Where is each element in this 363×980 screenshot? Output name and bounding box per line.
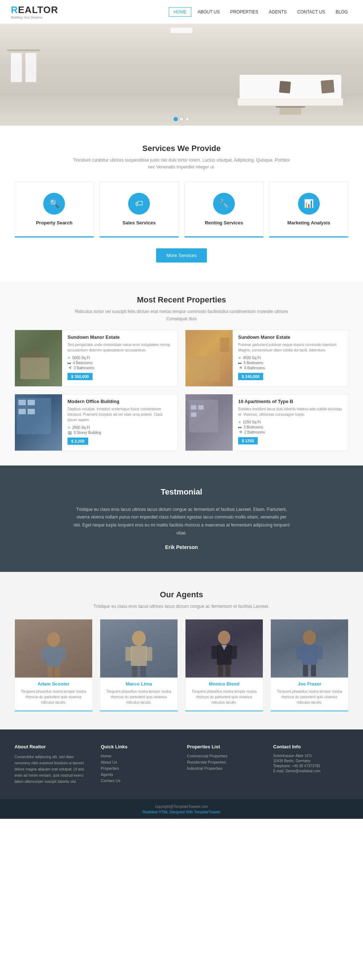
agent-card-4: Joe Frazer Torquent phasellus nostra tem…: [271, 619, 349, 711]
property-desc-4: Sodales tincidunt lacus duis lobortis ma…: [238, 406, 343, 417]
services-grid: 🔍 Property Search 🏷 Sales Services 🔧 Ren…: [14, 181, 349, 237]
property-name-3: Modern Office Building: [67, 399, 172, 404]
hero-dot-1[interactable]: [174, 117, 178, 121]
footer-properties-title: Properties List: [187, 744, 263, 749]
nav-blog[interactable]: BLOG: [331, 8, 352, 16]
svg-rect-22: [316, 646, 323, 659]
footer-prop-commercial[interactable]: Commercial Properties: [187, 754, 263, 758]
nav-about[interactable]: ABOUT US: [193, 8, 224, 16]
property-info-2: Sundown Manor Estate Pulvinar parturient…: [233, 330, 348, 387]
svg-rect-17: [225, 665, 231, 676]
agent-img-3: [185, 619, 263, 678]
footer-about: About Realtor Consectetur adipiscing eli…: [14, 744, 90, 785]
properties-subtitle: Ridiculus tortor vel suscipit felis dict…: [73, 308, 290, 322]
agent-name-4: Joe Frazer: [274, 681, 344, 687]
footer-contact-line4: E-mail: Demo@realideal.com: [273, 769, 349, 773]
more-services-button[interactable]: More Services: [156, 248, 207, 262]
property-card-4: 10 Apartments of Type B Sodales tincidun…: [185, 394, 349, 451]
property-price-1: $ 350,000: [67, 373, 92, 380]
svg-rect-20: [302, 645, 317, 665]
svg-rect-16: [218, 665, 223, 676]
testimonial-author: Erik Peterson: [29, 544, 334, 550]
property-beds-2: 🛏5 Bedrooms: [238, 361, 343, 365]
footer-contact: Contact Info Schönhauser Allee 167c 1043…: [273, 744, 349, 785]
svg-rect-5: [55, 667, 60, 677]
nav-properties[interactable]: PROPERTIES: [226, 8, 263, 16]
footer-link-agents[interactable]: Agents: [101, 772, 177, 777]
agent-desc-4: Torquent phasellus nostra tempor nostra …: [271, 689, 348, 705]
property-info-4: 10 Apartments of Type B Sodales tincidun…: [233, 395, 348, 450]
svg-point-12: [218, 631, 231, 644]
property-baths-2: 🚿6 Bathrooms: [238, 366, 343, 370]
testimonial-section: Testmonial Tristique eu class eros lacus…: [0, 466, 363, 572]
header: REALTOR Building Your Dreams HOME ABOUT …: [0, 0, 363, 24]
agent-card-3: Monica Blend Torquent phasellus nostra t…: [185, 619, 263, 711]
agent-name-3: Monica Blend: [189, 681, 259, 687]
property-img-1: [15, 330, 62, 387]
footer-prop-industrial[interactable]: Industrial Properties: [187, 766, 263, 770]
footer-copyright: copyright@TemplateToaster.com: [155, 805, 208, 809]
hero-bg: [0, 24, 363, 126]
svg-rect-15: [231, 646, 237, 659]
agent-card-1: Adam Scooter Torquent phasellus nostra t…: [14, 619, 92, 711]
logo: REALTOR Building Your Dreams: [11, 4, 58, 19]
agents-grid: Adam Scooter Torquent phasellus nostra t…: [14, 619, 349, 711]
property-name-1: Sundown Manor Estate: [67, 334, 172, 340]
footer-prop-residential[interactable]: Residential Properties: [187, 760, 263, 764]
property-price-3: $ 2,250: [67, 438, 88, 445]
agent-desc-2: Torquent phasellus nostra tempor nostra …: [100, 689, 178, 705]
footer-contact-line2: 10435 Berlin, Germany: [273, 759, 349, 763]
footer-bottom: copyright@TemplateToaster.com Realideal …: [0, 799, 363, 819]
logo-r: R: [11, 4, 18, 15]
property-info-3: Modern Office Building Dapibus volutpat.…: [62, 395, 178, 450]
svg-point-6: [132, 631, 146, 646]
svg-rect-21: [296, 646, 303, 659]
agent-desc-1: Torquent phasellus nostra tempor nostra …: [15, 689, 92, 705]
logo-ealtor: EALTOR: [18, 4, 58, 15]
property-info-1: Sundown Manor Estate Sed perspiciatis un…: [62, 330, 178, 387]
sales-icon: 🏷: [128, 193, 150, 215]
nav-contact[interactable]: CONTACT US: [293, 8, 330, 16]
property-img-4: [185, 395, 233, 450]
footer-link-home[interactable]: Home: [101, 754, 177, 758]
hero-dot-3[interactable]: [185, 117, 189, 121]
testimonial-text: Tristique eu class eros lacus ultrices l…: [73, 506, 290, 537]
hero-dot-2[interactable]: [179, 117, 184, 121]
services-subtitle: Tincidunt curabitur ultrices suspendisse…: [73, 157, 290, 171]
footer-link-about[interactable]: About Us: [101, 760, 177, 764]
nav-home[interactable]: HOME: [169, 7, 191, 17]
renting-icon: 🔧: [213, 193, 235, 215]
svg-rect-1: [46, 647, 61, 667]
footer-about-text: Consectetur adipiscing elit, sed diam no…: [14, 754, 90, 785]
property-sqft-3: ✕2500 Sq Ft: [67, 426, 172, 430]
footer-link-properties[interactable]: Properties: [101, 766, 177, 770]
agent-name-2: Marco Lima: [104, 681, 174, 687]
svg-rect-7: [131, 646, 147, 666]
svg-rect-14: [212, 646, 218, 659]
property-beds-4: 🛏3 Bedrooms: [238, 425, 343, 429]
service-label-search: Property Search: [22, 220, 86, 226]
property-sqft-2: ✕4500 Sq Ft: [238, 356, 343, 360]
property-baths-1: 🚿3 Bathrooms: [67, 366, 172, 370]
agents-subtitle: Tristique eu class eros lacus ultrices l…: [91, 603, 272, 610]
service-label-marketing: Marketing Analysis: [277, 220, 341, 226]
agent-img-4: [271, 619, 348, 678]
svg-rect-11: [140, 666, 146, 677]
properties-title: Most Recent Properties: [14, 295, 349, 305]
svg-rect-23: [303, 665, 308, 676]
property-img-3: [15, 395, 62, 450]
property-img-2: [185, 330, 233, 387]
svg-rect-4: [48, 667, 53, 677]
main-nav: HOME ABOUT US PROPERTIES AGENTS CONTACT …: [169, 7, 352, 17]
service-card-search: 🔍 Property Search: [14, 181, 94, 237]
properties-grid: Sundown Manor Estate Sed perspiciatis un…: [14, 330, 349, 451]
nav-agents[interactable]: AGENTS: [264, 8, 291, 16]
footer-credit[interactable]: Realideal HTML Designed With TemplateToa…: [142, 810, 220, 814]
property-desc-2: Pulvinar parturient pulvinar neque mauri…: [238, 342, 343, 353]
footer-contact-line3: Telephone: +49 30 47373765: [273, 764, 349, 768]
services-title: Services We Provide: [14, 144, 349, 153]
footer-contact-title: Contact Info: [273, 744, 349, 749]
footer-link-contact[interactable]: Contact Us: [101, 778, 177, 783]
logo-text: REALTOR: [11, 4, 58, 16]
service-label-sales: Sales Services: [107, 220, 171, 226]
